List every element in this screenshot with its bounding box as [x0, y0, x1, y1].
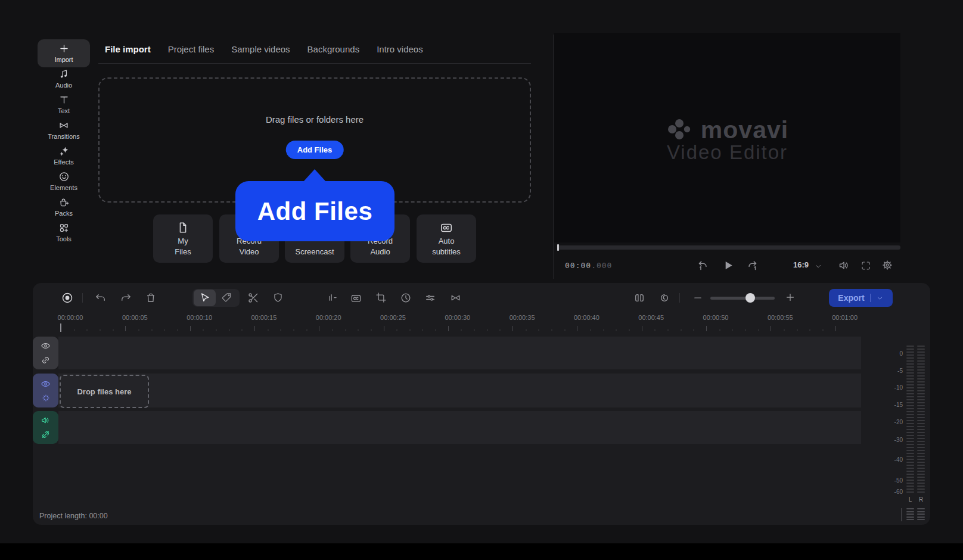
- record-button[interactable]: [61, 291, 74, 304]
- tabs-divider: [98, 63, 531, 64]
- meter-segment: [906, 390, 914, 391]
- dropzone-hint: Drag files or folders here: [100, 114, 530, 125]
- smiley-icon: [58, 171, 70, 182]
- marker-tag-icon[interactable]: [221, 292, 232, 303]
- play-button[interactable]: [721, 259, 735, 272]
- redo-icon[interactable]: [120, 293, 132, 304]
- eye-icon[interactable]: [41, 341, 51, 351]
- video-track-header[interactable]: [33, 374, 58, 407]
- meter-segment: [917, 462, 925, 463]
- meter-segment: [917, 474, 925, 475]
- tab-intro-videos[interactable]: Intro videos: [377, 44, 423, 54]
- split-scissors-icon[interactable]: [247, 292, 259, 304]
- meter-segment: [917, 378, 925, 379]
- overlay-track-header[interactable]: [33, 337, 58, 369]
- sidebar-item-audio[interactable]: Audio: [38, 69, 90, 89]
- video-track-lane[interactable]: [58, 374, 861, 407]
- unlink-icon[interactable]: [41, 430, 51, 440]
- previous-frame-button[interactable]: [696, 259, 709, 272]
- meter-grip-segment: [917, 519, 925, 520]
- ruler-minor-dot: [526, 329, 527, 331]
- speaker-icon[interactable]: [41, 415, 51, 425]
- meter-segment: [906, 381, 914, 382]
- meter-segment: [917, 456, 925, 457]
- meter-segment: [906, 384, 914, 385]
- eye-icon[interactable]: [41, 379, 51, 389]
- crop-icon[interactable]: [375, 292, 387, 303]
- meter-db-label: -40: [881, 456, 903, 463]
- captions-icon[interactable]: [350, 293, 362, 304]
- audio-levels-icon[interactable]: [326, 292, 338, 304]
- ruler-minor-dot: [332, 329, 333, 331]
- sidebar-item-label: Audio: [55, 82, 72, 89]
- card-label: Autosubtitles: [417, 236, 476, 257]
- ruler-minor-dot: [113, 329, 114, 331]
- timeline-dropzone[interactable]: Drop files here: [60, 375, 149, 408]
- ruler-minor-dot: [758, 329, 759, 331]
- seek-bar[interactable]: [557, 245, 900, 250]
- zoom-slider-knob[interactable]: [745, 293, 755, 303]
- export-button[interactable]: Export: [829, 289, 893, 307]
- ruler-tick: [319, 326, 319, 331]
- meter-segment: [917, 491, 925, 493]
- sidebar-item-tools[interactable]: Tools: [38, 222, 90, 242]
- adjustments-icon[interactable]: [424, 292, 436, 304]
- clip-duration-icon[interactable]: [400, 292, 412, 304]
- audio-track-header[interactable]: [33, 411, 58, 444]
- tab-backgrounds[interactable]: Backgrounds: [307, 44, 360, 54]
- add-files-button[interactable]: Add Files: [286, 141, 344, 159]
- ruler-label: 00:00:00: [58, 314, 83, 321]
- link-icon[interactable]: [41, 355, 51, 365]
- split-clip-icon[interactable]: [633, 292, 645, 304]
- tab-file-import[interactable]: File import: [105, 44, 151, 54]
- timeline-zoom-slider[interactable]: [710, 297, 775, 300]
- meter-segment: [906, 375, 914, 377]
- pointer-tool-icon[interactable]: [199, 292, 211, 304]
- ruler-tick: [642, 326, 642, 331]
- ruler-minor-dot: [358, 329, 359, 331]
- sidebar-item-elements[interactable]: Elements: [38, 171, 90, 191]
- card-my-files[interactable]: MyFiles: [153, 214, 213, 263]
- zoom-out-icon[interactable]: [692, 293, 703, 303]
- meter-segment: [906, 414, 914, 415]
- next-frame-button[interactable]: [746, 259, 759, 272]
- aspect-ratio-selector[interactable]: 16:9: [793, 260, 809, 269]
- ruler-label: 00:00:10: [187, 314, 212, 321]
- chevron-down-icon[interactable]: [876, 294, 884, 302]
- seek-playhead[interactable]: [557, 244, 559, 251]
- meter-scrollbar[interactable]: [901, 508, 902, 521]
- ruler-label: 00:00:05: [122, 314, 148, 321]
- delete-icon[interactable]: [145, 292, 157, 304]
- meter-segment: [917, 349, 925, 350]
- undo-icon[interactable]: [95, 293, 107, 304]
- zoom-in-icon[interactable]: [784, 291, 796, 303]
- card-auto-subtitles[interactable]: Autosubtitles: [417, 214, 476, 263]
- meter-segment: [917, 477, 925, 478]
- chevron-down-icon[interactable]: [814, 262, 822, 270]
- ruler-minor-dot: [745, 329, 746, 331]
- swirl-motion-icon[interactable]: [658, 292, 670, 304]
- meter-channel-label: R: [917, 496, 925, 503]
- sidebar-item-transitions[interactable]: Transitions: [38, 120, 90, 140]
- overlay-track-lane[interactable]: [58, 337, 861, 369]
- sidebar-item-label: Effects: [54, 158, 73, 166]
- tab-project-files[interactable]: Project files: [168, 44, 215, 54]
- ruler-label: 00:00:40: [574, 314, 599, 321]
- sidebar-item-effects[interactable]: Effects: [38, 145, 90, 166]
- ruler-minor-dot: [268, 329, 269, 331]
- meter-segment: [906, 378, 914, 379]
- transition-icon[interactable]: [449, 292, 462, 304]
- fullscreen-icon[interactable]: [861, 260, 871, 271]
- burst-icon[interactable]: [41, 393, 51, 403]
- meter-segment: [917, 366, 925, 368]
- sidebar-item-text[interactable]: Text: [38, 94, 90, 114]
- gear-icon[interactable]: [881, 259, 893, 271]
- timeline-playhead[interactable]: [60, 323, 61, 332]
- shield-icon[interactable]: [272, 292, 284, 303]
- audio-track-lane[interactable]: [58, 411, 861, 444]
- sidebar-item-import[interactable]: Import: [38, 39, 90, 67]
- volume-icon[interactable]: [838, 259, 850, 272]
- tab-sample-videos[interactable]: Sample videos: [231, 44, 290, 54]
- timeline-dropzone-label: Drop files here: [77, 387, 131, 396]
- sidebar-item-packs[interactable]: Packs: [38, 197, 90, 217]
